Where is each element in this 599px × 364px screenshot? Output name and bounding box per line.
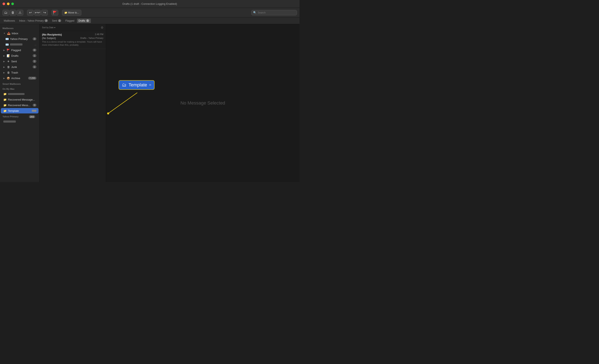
sidebar-item-blurred-1[interactable]: 📧 ...: [1, 42, 38, 47]
search-bar[interactable]: 🔍: [251, 10, 297, 15]
archive-label: Archive: [11, 77, 27, 80]
yahoo-sub-blurred: [3, 120, 16, 123]
blurred-1-text: [10, 43, 22, 45]
message-list-header: Sort by Date ▾ ⊙: [40, 24, 106, 31]
svg-line-0: [108, 93, 137, 113]
reply-group: ↩ ↩↩ ↪: [27, 10, 48, 16]
tab-drafts[interactable]: Drafts 1: [77, 18, 91, 23]
archive-button[interactable]: 🗂: [2, 10, 9, 16]
sidebar-item-drafts[interactable]: ▶ 📝 Drafts 1: [1, 53, 38, 58]
recovered-1-icon: 📁: [3, 98, 7, 101]
sidebar-item-blurred-mac[interactable]: 📁: [1, 91, 38, 97]
template-label: Template: [8, 109, 31, 112]
preview-pane: No Message Selected 🗂 Template ✉: [106, 24, 300, 182]
inbox-icon: 📥: [7, 32, 10, 35]
sidebar-item-trash[interactable]: ▶ 🗑 Trash: [1, 70, 38, 75]
close-button[interactable]: [2, 2, 5, 5]
tab-flagged[interactable]: Flagged: [64, 18, 76, 23]
tab-drafts-badge: 1: [86, 19, 89, 22]
minimize-button[interactable]: [7, 2, 9, 5]
search-icon: 🔍: [253, 11, 256, 14]
message-top-0: (No Recipients) 2:48 PM: [42, 33, 103, 36]
message-item-0[interactable]: (No Recipients) 2:48 PM (No Subject) Dra…: [40, 31, 106, 49]
tab-mailboxes[interactable]: Mailboxes: [2, 18, 17, 23]
message-time-0: 2:48 PM: [95, 33, 103, 36]
tab-inbox-badge: 3: [44, 19, 48, 22]
window-controls: [2, 2, 14, 5]
blurred-mac-text: [8, 93, 25, 95]
archive-badge: 7,295: [28, 77, 36, 80]
message-account-0: Drafts - Yahoo Primary: [80, 37, 103, 40]
sort-button[interactable]: Sort by Date ▾: [42, 26, 55, 29]
sidebar-item-inbox[interactable]: ▼ 📥 Inbox: [1, 31, 38, 36]
blurred-1-dots: ...: [35, 43, 36, 46]
archive-delete-group: 🗂 🗑 ⚠: [2, 10, 23, 16]
drafts-icon: 📝: [7, 54, 10, 57]
sidebar-item-template[interactable]: 📁 Template: [1, 108, 38, 113]
flagged-label: Flagged: [11, 49, 31, 52]
message-subject-0: (No Subject): [42, 37, 56, 40]
junk-chevron-icon: ▶: [3, 66, 5, 68]
sidebar-item-yahoo-primary[interactable]: 📧 Yahoo Primary 3: [1, 36, 38, 42]
junk-icon: 🗑: [7, 66, 10, 68]
flagged-icon: 🚩: [7, 49, 10, 52]
tab-inbox-label: Inbox - Yahoo Primary: [19, 19, 44, 22]
on-my-mac-label: On My Mac: [0, 86, 39, 91]
sidebar-item-yahoo-sub[interactable]: [1, 119, 38, 124]
svg-point-1: [107, 112, 109, 114]
inbox-chevron-icon: ▼: [3, 32, 5, 34]
titlebar: Drafts (1 draft - Connection Logging Ena…: [0, 0, 300, 8]
recovered-2-badge: 9: [33, 104, 36, 107]
yahoo-primary-label: Yahoo Primary: [10, 37, 31, 41]
tab-sent[interactable]: Sent 1: [50, 18, 63, 23]
recovered-1-label: Recovered Message...: [8, 98, 36, 101]
tab-drafts-label: Drafts: [79, 19, 85, 22]
junk-label: Junk: [11, 66, 31, 68]
delete-button[interactable]: 🗑: [9, 10, 16, 16]
tab-inbox[interactable]: Inbox - Yahoo Primary 3: [18, 18, 50, 23]
blurred-mac-icon: 📁: [3, 93, 7, 96]
archive-icon: 📦: [7, 77, 10, 80]
message-from-0: (No Recipients): [42, 33, 62, 36]
move-to-icon: 📁: [64, 11, 67, 14]
callout-label: Template: [129, 82, 147, 88]
yahoo-section-badge: 203: [29, 115, 35, 118]
sidebar-item-recovered-1[interactable]: 📁 Recovered Message...: [1, 97, 38, 102]
window-title: Drafts (1 draft - Connection Logging Ena…: [123, 2, 177, 5]
message-subject-row-0: (No Subject) Drafts - Yahoo Primary: [42, 37, 103, 40]
junk-button[interactable]: ⚠: [17, 10, 23, 16]
tabbar: Mailboxes Inbox - Yahoo Primary 3 Sent 1…: [0, 17, 300, 24]
sidebar: Mailboxes ▼ 📥 Inbox 📧 Yahoo Primary 3 📧 …: [0, 24, 40, 182]
sidebar-item-recovered-2[interactable]: 📁 Recovered Mess... 9: [1, 102, 38, 108]
recovered-2-icon: 📁: [3, 104, 7, 107]
sidebar-item-junk[interactable]: ▶ 🗑 Junk 1: [1, 64, 38, 70]
sent-icon: ✈: [7, 60, 10, 63]
sent-badge: 1: [33, 60, 36, 63]
inbox-label: Inbox: [12, 32, 36, 35]
archive-chevron-icon: ▶: [3, 77, 5, 79]
reply-button[interactable]: ↩: [27, 10, 34, 16]
trash-chevron-icon: ▶: [3, 71, 5, 74]
recovered-2-label: Recovered Mess...: [8, 104, 31, 107]
tab-flagged-label: Flagged: [65, 19, 74, 22]
search-input[interactable]: [258, 11, 295, 14]
sidebar-item-flagged[interactable]: ▶ 🚩 Flagged 6: [1, 47, 38, 53]
junk-badge: 1: [33, 66, 36, 68]
mailboxes-section-label: Mailboxes: [0, 25, 39, 30]
callout-envelope-icon: ✉: [149, 84, 151, 86]
sidebar-item-archive[interactable]: ▶ 📦 Archive 7,295: [1, 76, 38, 81]
forward-button[interactable]: ↪: [41, 10, 48, 16]
maximize-button[interactable]: [11, 2, 14, 5]
blurred-1-icon: 📧: [5, 43, 9, 46]
yahoo-primary-badge: 3: [33, 37, 36, 40]
filter-icon[interactable]: ⊙: [101, 26, 103, 29]
message-preview-0: This is a demo email for making a templa…: [42, 40, 103, 47]
sidebar-item-sent[interactable]: ▶ ✈ Sent 1: [1, 59, 38, 64]
move-to-button[interactable]: 📁 Move to...: [62, 10, 81, 16]
reply-all-button[interactable]: ↩↩: [34, 10, 41, 16]
yahoo-section-name: Yahoo Primary: [2, 115, 18, 118]
smart-mailboxes-label: Smart Mailboxes: [0, 81, 39, 86]
flag-button[interactable]: 🚩: [52, 10, 58, 16]
main-layout: Mailboxes ▼ 📥 Inbox 📧 Yahoo Primary 3 📧 …: [0, 24, 300, 182]
trash-label: Trash: [11, 71, 36, 74]
